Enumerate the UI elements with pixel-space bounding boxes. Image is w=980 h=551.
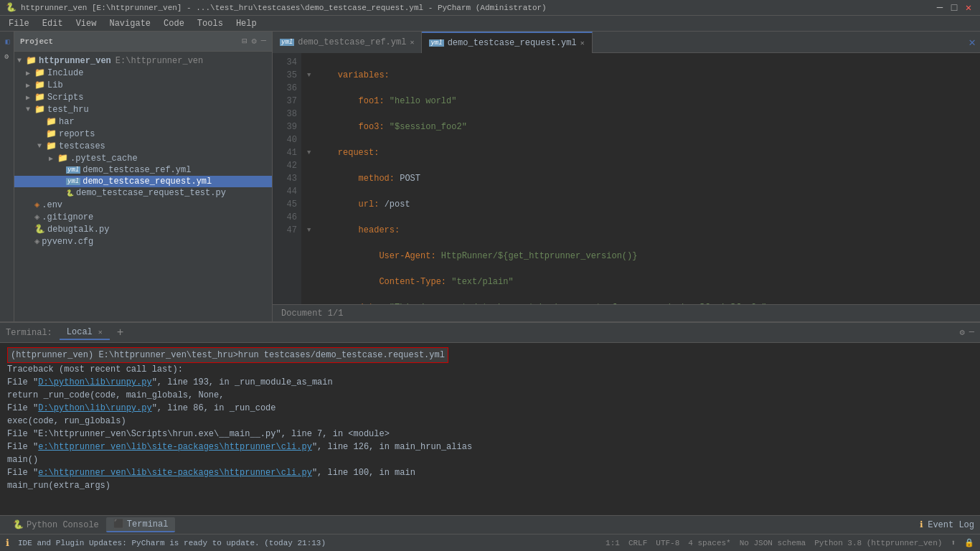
arrow-testcases: ▼: [37, 142, 46, 150]
tree-item-env[interactable]: ◈ .env: [14, 199, 272, 211]
tree-label-test-py: demo_testcase_request_test.py: [76, 188, 226, 198]
tree-item-test-hru[interactable]: ▼ 📁 test_hru: [14, 103, 272, 116]
maximize-button[interactable]: □: [948, 2, 960, 14]
folder-icon-test-hru: 📁: [34, 104, 45, 115]
link-cli-2[interactable]: e:\httprunner_ven\lib\site-packages\http…: [38, 468, 312, 478]
menu-navigate[interactable]: Navigate: [103, 17, 156, 30]
terminal-line-7: main(): [7, 453, 973, 466]
menu-edit[interactable]: Edit: [37, 17, 69, 30]
tree-item-testcases[interactable]: ▼ 📁 testcases: [14, 140, 272, 152]
tree-label-ref-yml: demo_testcase_ref.yml: [83, 165, 191, 175]
status-bar: ℹ IDE and Plugin Updates: PyCharm is rea…: [0, 534, 980, 551]
env-icon: ◈: [34, 199, 39, 210]
settings-terminal-icon[interactable]: ⚙: [960, 327, 965, 338]
tree-item-lib[interactable]: ▶ 📁 Lib: [14, 79, 272, 91]
project-panel: Project ⊟ ⚙ ─ ▼ 📁 httprunner_ven E:\http…: [14, 32, 273, 321]
tree-item-pyvenv[interactable]: ◈ pyvenv.cfg: [14, 235, 272, 248]
tree-label: httprunner_ven: [39, 56, 111, 66]
fold-40[interactable]: ▼: [307, 224, 317, 237]
terminal-line-3: File "D:\python\lib\runpy.py", line 86, …: [7, 402, 973, 415]
git-icon: ◈: [34, 212, 39, 222]
sidebar-structure-icon[interactable]: ⚙: [4, 52, 9, 61]
code-line-36: foo3: "$session_foo2": [307, 121, 974, 133]
title-bar: 🐍 httprunner_ven [E:\httprunner_ven] - .…: [0, 0, 980, 16]
tree-item-httprunner-ven[interactable]: ▼ 📁 httprunner_ven E:\httprunner_ven: [14, 55, 272, 67]
upload-icon[interactable]: ⬆: [951, 538, 956, 547]
close-panel-icon[interactable]: ─: [261, 36, 266, 47]
menu-bar: File Edit View Navigate Code Tools Help: [0, 16, 980, 32]
add-tab-icon[interactable]: +: [117, 327, 124, 339]
update-warning-icon: ℹ: [6, 537, 9, 549]
folder-icon-scripts: 📁: [34, 92, 45, 103]
tree-item-debugtalk[interactable]: 🐍 debugtalk.py: [14, 223, 272, 235]
tab-local-close[interactable]: ✕: [98, 328, 103, 336]
fold-37[interactable]: ▼: [307, 146, 317, 159]
close-button[interactable]: ✕: [963, 2, 974, 14]
code-line-35: foo1: "hello world": [307, 95, 974, 108]
terminal-line-1: File "D:\python\lib\runpy.py", line 193,…: [7, 376, 973, 389]
lock-icon[interactable]: 🔒: [964, 538, 974, 547]
tab-request-yml[interactable]: yml demo_testcase_request.yml ✕: [422, 32, 592, 53]
terminal-header-label: Terminal:: [6, 328, 52, 338]
py-icon-debugtalk: 🐍: [34, 224, 45, 235]
settings-icon[interactable]: ⚙: [252, 36, 257, 47]
event-log-label[interactable]: Event Log: [928, 520, 974, 530]
tree-label-request-yml: demo_testcase_request.yml: [83, 176, 212, 187]
menu-tools[interactable]: Tools: [192, 17, 229, 30]
terminal-area[interactable]: (httprunner_ven) E:\httprunner_ven\test_…: [0, 343, 980, 515]
code-content[interactable]: ▼ variables: foo1: "hello world" foo3: "…: [301, 53, 980, 304]
tab-add[interactable]: +: [110, 326, 131, 340]
menu-code[interactable]: Code: [158, 17, 190, 30]
link-runpy-1[interactable]: D:\python\lib\runpy.py: [38, 377, 151, 387]
menu-view[interactable]: View: [70, 17, 103, 30]
folder-icon-testcases: 📁: [46, 141, 57, 151]
tab-terminal-2[interactable]: ⬛ Terminal: [106, 517, 176, 532]
indent: 4 spaces*: [688, 539, 730, 547]
tree-item-gitignore[interactable]: ◈ .gitignore: [14, 211, 272, 223]
tree-item-har[interactable]: 📁 har: [14, 116, 272, 128]
tree-item-pytest-cache[interactable]: ▶ 📁 .pytest_cache: [14, 152, 272, 164]
terminal-line-4: exec(code, run_globals): [7, 415, 973, 428]
terminal-line-8: File "e:\httprunner_ven\lib\site-package…: [7, 466, 973, 479]
project-header-icons: ⊟ ⚙ ─: [242, 36, 266, 47]
folder-icon-lib: 📁: [34, 80, 45, 90]
fold-34[interactable]: ▼: [307, 69, 317, 82]
python-console-icon: 🐍: [13, 519, 24, 530]
menu-file[interactable]: File: [3, 17, 35, 30]
cfg-icon: ◈: [34, 236, 39, 247]
link-cli-1[interactable]: e:\httprunner_ven\lib\site-packages\http…: [38, 442, 312, 452]
terminal-icon-2: ⬛: [113, 519, 124, 529]
arrow-test-hru: ▼: [26, 105, 34, 113]
json-schema: No JSON schema: [740, 539, 806, 547]
tree-item-reports[interactable]: 📁 reports: [14, 128, 272, 140]
terminal-label-2: Terminal: [127, 519, 169, 529]
tree-label-include: Include: [47, 68, 83, 78]
terminal-traceback: Traceback (most recent call last):: [7, 363, 973, 376]
tree-label-testcases: testcases: [59, 141, 105, 151]
tab-python-console[interactable]: 🐍 Python Console: [6, 518, 106, 532]
terminal-line-5: File "E:\httprunner_ven\Scripts\hrun.exe…: [7, 428, 973, 441]
tree-item-include[interactable]: ▶ 📁 Include: [14, 67, 272, 79]
menu-help[interactable]: Help: [230, 17, 263, 30]
tree-label-lib: Lib: [47, 80, 63, 90]
minimize-button[interactable]: ─: [934, 2, 946, 14]
sidebar-project-icon[interactable]: ◧: [1, 34, 12, 48]
tab-local[interactable]: Local ✕: [60, 326, 110, 340]
tab-close-request[interactable]: ✕: [580, 39, 585, 47]
code-editor[interactable]: 34 35 36 37 38 39 40 41 42 43 44 45 46 4…: [273, 53, 980, 304]
tree-item-request-yml[interactable]: yml demo_testcase_request.yml: [14, 176, 272, 187]
tree-item-ref-yml[interactable]: yml demo_testcase_ref.yml: [14, 164, 272, 176]
close-terminal-icon[interactable]: ─: [969, 327, 974, 338]
link-runpy-2[interactable]: D:\python\lib\runpy.py: [38, 403, 151, 413]
tree-item-test-py[interactable]: 🐍 demo_testcase_request_test.py: [14, 187, 272, 199]
tree-item-scripts[interactable]: ▶ 📁 Scripts: [14, 91, 272, 103]
tab-label-ref: demo_testcase_ref.yml: [298, 37, 406, 47]
close-editor-icon[interactable]: ✕: [969, 37, 976, 50]
update-status: IDE and Plugin Updates: PyCharm is ready…: [18, 539, 326, 547]
python-version: Python 3.8 (httprunner_ven): [814, 539, 942, 547]
collapse-all-icon[interactable]: ⊟: [242, 36, 247, 47]
arrow-httprunner-ven: ▼: [17, 57, 26, 65]
tab-ref-yml[interactable]: yml demo_testcase_ref.yml ✕: [273, 32, 422, 53]
tab-close-ref[interactable]: ✕: [410, 38, 414, 47]
tree-label-scripts: Scripts: [47, 93, 83, 103]
